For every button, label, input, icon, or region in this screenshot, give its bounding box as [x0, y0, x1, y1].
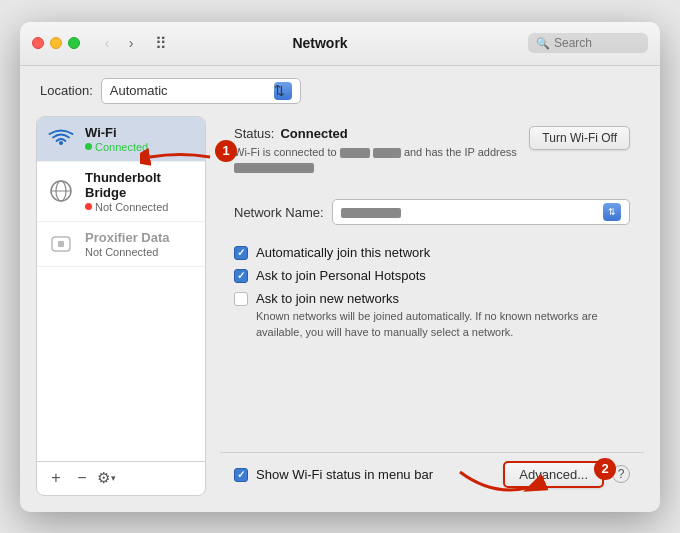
wifi-item-info: Wi-Fi Connected: [85, 125, 148, 153]
proxy-icon: [47, 230, 75, 258]
maximize-button[interactable]: [68, 37, 80, 49]
status-line: Status: Connected: [234, 126, 517, 141]
network-name-row: Network Name: ⇅: [220, 195, 644, 229]
network-name-select[interactable]: ⇅: [332, 199, 630, 225]
new-networks-checkbox[interactable]: [234, 292, 248, 306]
redacted-ssid: [340, 148, 370, 158]
wifi-item-name: Wi-Fi: [85, 125, 148, 140]
status-value: Connected: [280, 126, 347, 141]
proxifier-item-name: Proxifier Data: [85, 230, 170, 245]
thunderbolt-item-info: Thunderbolt Bridge Not Connected: [85, 170, 195, 213]
thunderbolt-item-status: Not Connected: [85, 201, 195, 213]
gear-icon: ⚙: [97, 469, 110, 487]
traffic-lights: [32, 37, 80, 49]
auto-join-label: Automatically join this network: [256, 245, 430, 260]
checkboxes-section: Automatically join this network Ask to j…: [220, 239, 644, 346]
turn-wifi-off-button[interactable]: Turn Wi-Fi Off: [529, 126, 630, 150]
network-preferences-window: ‹ › ⠿ Network 🔍 Location: Automatic ⇅: [20, 22, 660, 512]
status-label: Status:: [234, 126, 274, 141]
thunderbolt-item-name: Thunderbolt Bridge: [85, 170, 195, 200]
close-button[interactable]: [32, 37, 44, 49]
minimize-button[interactable]: [50, 37, 62, 49]
show-wifi-checkbox[interactable]: [234, 468, 248, 482]
new-networks-text: Ask to join new networks Known networks …: [256, 291, 630, 340]
remove-network-button[interactable]: −: [71, 467, 93, 489]
personal-hotspot-checkbox[interactable]: [234, 269, 248, 283]
location-value: Automatic: [110, 83, 270, 98]
redacted-network-name: [341, 208, 401, 218]
svg-rect-4: [58, 241, 64, 247]
help-button[interactable]: ?: [612, 465, 630, 483]
personal-hotspot-label: Ask to join Personal Hotspots: [256, 268, 426, 283]
window-title: Network: [120, 35, 520, 51]
checkbox-personal-hotspot-row: Ask to join Personal Hotspots: [234, 268, 630, 283]
auto-join-checkbox[interactable]: [234, 246, 248, 260]
sidebar: Wi-Fi Connected: [36, 116, 206, 496]
status-description: Wi-Fi is connected to and has the IP add…: [234, 145, 517, 176]
status-info: Status: Connected Wi-Fi is connected to …: [234, 126, 517, 176]
location-select-arrow: ⇅: [274, 82, 292, 100]
new-networks-sublabel: Known networks will be joined automatica…: [256, 309, 630, 340]
proxifier-item-status: Not Connected: [85, 246, 170, 258]
sidebar-item-thunderbolt[interactable]: Thunderbolt Bridge Not Connected: [37, 162, 205, 222]
search-input[interactable]: [554, 36, 634, 50]
gear-dropdown-arrow: ▾: [111, 473, 116, 483]
thunderbolt-status-dot: [85, 203, 92, 210]
checkbox-auto-join-row: Automatically join this network: [234, 245, 630, 260]
location-bar: Location: Automatic ⇅: [20, 66, 660, 116]
network-name-select-arrow: ⇅: [603, 203, 621, 221]
checkbox-new-networks-row: Ask to join new networks Known networks …: [234, 291, 630, 340]
titlebar: ‹ › ⠿ Network 🔍: [20, 22, 660, 66]
thunderbolt-icon: [47, 177, 75, 205]
gear-menu-button[interactable]: ⚙ ▾: [97, 469, 116, 487]
bottom-right-actions: Advanced... ?: [503, 461, 630, 488]
redacted-network: [373, 148, 401, 158]
wifi-icon: [47, 125, 75, 153]
sidebar-list: Wi-Fi Connected: [37, 117, 205, 461]
search-box[interactable]: 🔍: [528, 33, 648, 53]
main-content: Wi-Fi Connected: [20, 116, 660, 512]
show-wifi-label: Show Wi-Fi status in menu bar: [256, 467, 433, 482]
new-networks-label: Ask to join new networks: [256, 291, 630, 306]
proxifier-item-info: Proxifier Data Not Connected: [85, 230, 170, 258]
location-label: Location:: [40, 83, 93, 98]
wifi-status-dot: [85, 143, 92, 150]
back-arrow[interactable]: ‹: [96, 32, 118, 54]
add-network-button[interactable]: +: [45, 467, 67, 489]
redacted-ip: [234, 163, 314, 173]
advanced-button[interactable]: Advanced...: [503, 461, 604, 488]
sidebar-footer: + − ⚙ ▾: [37, 461, 205, 495]
wifi-item-status: Connected: [85, 141, 148, 153]
location-select[interactable]: Automatic ⇅: [101, 78, 301, 104]
sidebar-item-wifi[interactable]: Wi-Fi Connected: [37, 117, 205, 162]
bottom-bar: Show Wi-Fi status in menu bar Advanced..…: [220, 452, 644, 496]
network-name-value: [341, 205, 599, 220]
detail-panel: Status: Connected Wi-Fi is connected to …: [220, 116, 644, 496]
network-name-label: Network Name:: [234, 205, 324, 220]
search-icon: 🔍: [536, 37, 550, 50]
status-row: Status: Connected Wi-Fi is connected to …: [220, 116, 644, 186]
show-wifi-row: Show Wi-Fi status in menu bar: [234, 467, 493, 482]
sidebar-item-proxifier[interactable]: Proxifier Data Not Connected: [37, 222, 205, 267]
